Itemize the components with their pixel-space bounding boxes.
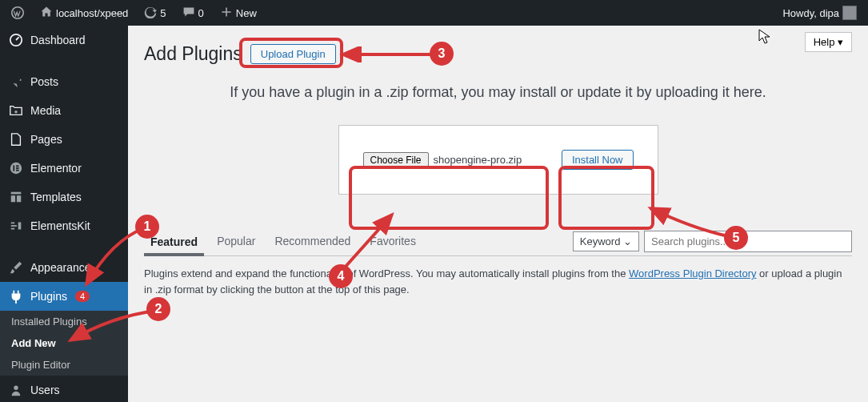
menu-label: Dashboard	[30, 34, 86, 46]
tab-recommended[interactable]: Recommended	[268, 227, 357, 255]
admin-bar: localhost/xpeed 5 0 New Howdy, dipa	[0, 0, 868, 26]
templates-icon	[8, 189, 24, 205]
refresh-icon	[144, 6, 157, 21]
svg-rect-13	[11, 228, 15, 230]
pin-icon	[8, 74, 24, 90]
new-label: New	[236, 7, 257, 19]
menu-elementor[interactable]: Elementor	[0, 154, 128, 183]
search-type-select[interactable]: Keyword ⌄	[573, 231, 639, 251]
submenu-addnew[interactable]: Add New	[0, 332, 128, 354]
tab-favorites[interactable]: Favorites	[363, 227, 422, 255]
svg-rect-7	[16, 170, 19, 171]
svg-rect-5	[16, 165, 19, 167]
choose-file-button[interactable]: Choose File	[363, 152, 429, 168]
tab-featured[interactable]: Featured	[144, 227, 204, 256]
svg-rect-14	[18, 223, 22, 230]
menu-elementskit[interactable]: ElementsKit	[0, 211, 128, 240]
menu-label: Elementor	[30, 162, 82, 175]
plugin-icon	[8, 288, 24, 304]
plus-icon	[220, 6, 233, 21]
menu-label: Media	[30, 104, 61, 117]
svg-rect-4	[13, 165, 14, 171]
menu-pages[interactable]: Pages	[0, 125, 128, 154]
menu-label: ElementsKit	[30, 219, 90, 232]
submenu-installed[interactable]: Installed Plugins	[0, 311, 128, 332]
page-title: Add Plugins	[144, 43, 242, 65]
site-name: localhost/xpeed	[56, 7, 128, 19]
menu-plugins[interactable]: Plugins 4	[0, 282, 128, 311]
plugin-tabs: Featured Popular Recommended Favorites K…	[144, 227, 852, 256]
brush-icon	[8, 259, 24, 275]
plugins-description: Plugins extend and expand the functional…	[144, 266, 852, 297]
new-link[interactable]: New	[215, 6, 262, 21]
svg-point-2	[14, 111, 18, 114]
wp-logo[interactable]	[6, 6, 29, 19]
plugin-directory-link[interactable]: WordPress Plugin Directory	[629, 267, 756, 279]
upload-hint: If you have a plugin in a .zip format, y…	[144, 84, 852, 101]
upload-plugin-button[interactable]: Upload Plugin	[250, 44, 336, 64]
updates-link[interactable]: 5	[139, 6, 170, 21]
elementskit-icon	[8, 218, 24, 234]
dashboard-icon	[8, 32, 24, 48]
svg-rect-11	[11, 223, 15, 224]
svg-rect-9	[11, 195, 15, 202]
menu-templates[interactable]: Templates	[0, 183, 128, 211]
selected-filename: shopengine-pro.zip	[434, 154, 522, 166]
menu-dashboard[interactable]: Dashboard	[0, 26, 128, 54]
tab-popular[interactable]: Popular	[210, 227, 262, 255]
search-input[interactable]	[644, 231, 852, 252]
howdy-user[interactable]: Howdy, dipa	[778, 6, 862, 20]
menu-label: Pages	[30, 133, 62, 146]
comment-icon	[182, 6, 195, 21]
plugins-submenu: Installed Plugins Add New Plugin Editor	[0, 311, 128, 376]
submenu-editor[interactable]: Plugin Editor	[0, 354, 128, 376]
plugins-badge: 4	[75, 291, 90, 302]
comments-count: 0	[198, 7, 204, 19]
menu-appearance[interactable]: Appearance	[0, 253, 128, 282]
svg-rect-12	[11, 225, 17, 227]
desc-before: Plugins extend and expand the functional…	[144, 267, 629, 279]
menu-label: Posts	[30, 75, 58, 88]
help-button[interactable]: Help ▾	[805, 32, 852, 52]
page-header: Add Plugins Upload Plugin	[144, 43, 852, 65]
cursor-icon	[758, 29, 771, 45]
svg-point-15	[14, 386, 18, 390]
menu-media[interactable]: Media	[0, 96, 128, 125]
menu-label: Users	[30, 384, 60, 396]
svg-rect-10	[17, 195, 21, 202]
content-area: Help ▾ Add Plugins Upload Plugin If you …	[128, 26, 868, 402]
media-icon	[8, 103, 24, 119]
upload-form: Choose File shopengine-pro.zip Install N…	[338, 125, 658, 195]
site-home[interactable]: localhost/xpeed	[35, 6, 133, 21]
elementor-icon	[8, 160, 24, 176]
howdy-text: Howdy, dipa	[782, 7, 839, 19]
menu-label: Appearance	[30, 261, 91, 274]
avatar	[842, 6, 857, 20]
menu-users[interactable]: Users	[0, 376, 128, 402]
admin-sidebar: Dashboard Posts Media Pages Elementor Te…	[0, 26, 128, 402]
menu-posts[interactable]: Posts	[0, 67, 128, 96]
svg-rect-8	[11, 192, 22, 195]
menu-label: Plugins	[30, 290, 67, 303]
comments-link[interactable]: 0	[178, 6, 209, 21]
users-icon	[8, 382, 24, 398]
page-icon	[8, 131, 24, 147]
menu-label: Templates	[30, 191, 82, 203]
install-now-button[interactable]: Install Now	[562, 150, 634, 170]
svg-rect-6	[16, 167, 19, 169]
home-icon	[40, 6, 53, 21]
updates-count: 5	[160, 7, 166, 19]
